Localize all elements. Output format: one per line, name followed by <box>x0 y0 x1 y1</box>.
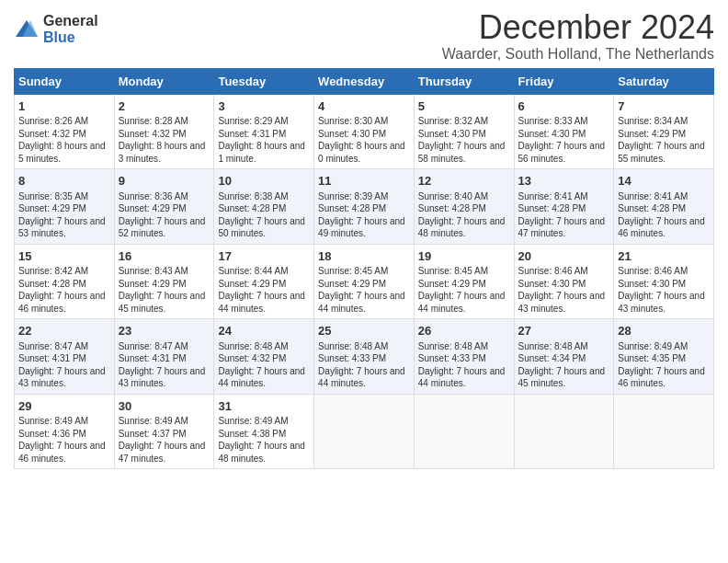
sunrise-text: Sunrise: 8:46 AM <box>618 266 688 276</box>
calendar-cell: 4Sunrise: 8:30 AMSunset: 4:30 PMDaylight… <box>314 94 415 169</box>
daylight-text: Daylight: 7 hours and 56 minutes. <box>518 141 606 164</box>
day-number: 23 <box>119 323 210 339</box>
sunset-text: Sunset: 4:28 PM <box>518 203 586 213</box>
day-number: 22 <box>18 323 110 339</box>
calendar-cell: 26Sunrise: 8:48 AMSunset: 4:33 PMDayligh… <box>414 319 514 395</box>
month-title: December 2024 <box>442 9 714 46</box>
header-friday: Friday <box>514 68 614 94</box>
daylight-text: Daylight: 7 hours and 44 minutes. <box>418 366 506 389</box>
sunset-text: Sunset: 4:30 PM <box>518 279 586 289</box>
calendar-cell: 18Sunrise: 8:45 AMSunset: 4:29 PMDayligh… <box>314 244 415 319</box>
sunrise-text: Sunrise: 8:39 AM <box>318 191 388 201</box>
daylight-text: Daylight: 8 hours and 1 minute. <box>218 141 305 164</box>
sunset-text: Sunset: 4:31 PM <box>218 129 286 139</box>
sunrise-text: Sunrise: 8:47 AM <box>18 341 88 351</box>
day-number: 31 <box>218 398 310 415</box>
calendar-cell: 11Sunrise: 8:39 AMSunset: 4:28 PMDayligh… <box>314 169 415 245</box>
calendar-cell: 16Sunrise: 8:43 AMSunset: 4:29 PMDayligh… <box>114 244 214 319</box>
daylight-text: Daylight: 7 hours and 47 minutes. <box>518 216 606 239</box>
logo-icon <box>14 17 40 42</box>
day-number: 20 <box>518 248 610 265</box>
calendar-cell: 28Sunrise: 8:49 AMSunset: 4:35 PMDayligh… <box>614 319 714 395</box>
calendar-cell: 5Sunrise: 8:32 AMSunset: 4:30 PMDaylight… <box>414 94 514 169</box>
daylight-text: Daylight: 7 hours and 53 minutes. <box>18 216 106 239</box>
sunrise-text: Sunrise: 8:29 AM <box>218 116 288 126</box>
sunset-text: Sunset: 4:35 PM <box>618 353 686 363</box>
sunset-text: Sunset: 4:29 PM <box>618 129 686 139</box>
calendar-cell <box>414 394 514 469</box>
daylight-text: Daylight: 7 hours and 48 minutes. <box>218 441 305 464</box>
week-row-3: 15Sunrise: 8:42 AMSunset: 4:28 PMDayligh… <box>15 244 714 319</box>
sunrise-text: Sunrise: 8:28 AM <box>119 116 188 126</box>
sunset-text: Sunset: 4:28 PM <box>318 203 386 213</box>
sunrise-text: Sunrise: 8:35 AM <box>18 191 88 201</box>
sunset-text: Sunset: 4:28 PM <box>418 203 486 213</box>
daylight-text: Daylight: 7 hours and 45 minutes. <box>119 291 206 314</box>
sunrise-text: Sunrise: 8:42 AM <box>18 266 88 276</box>
calendar-cell: 17Sunrise: 8:44 AMSunset: 4:29 PMDayligh… <box>214 244 314 319</box>
calendar-body: 1Sunrise: 8:26 AMSunset: 4:32 PMDaylight… <box>15 94 714 469</box>
day-number: 2 <box>119 98 210 115</box>
calendar-cell: 10Sunrise: 8:38 AMSunset: 4:28 PMDayligh… <box>214 169 314 245</box>
calendar-cell: 14Sunrise: 8:41 AMSunset: 4:28 PMDayligh… <box>614 169 714 245</box>
sunset-text: Sunset: 4:38 PM <box>218 429 286 439</box>
title-area: December 2024 Waarder, South Holland, Th… <box>442 9 714 63</box>
sunset-text: Sunset: 4:30 PM <box>318 129 386 139</box>
daylight-text: Daylight: 7 hours and 49 minutes. <box>318 216 405 239</box>
day-number: 5 <box>418 98 510 115</box>
sunrise-text: Sunrise: 8:49 AM <box>119 416 188 426</box>
header-saturday: Saturday <box>614 68 714 94</box>
calendar-cell: 3Sunrise: 8:29 AMSunset: 4:31 PMDaylight… <box>214 94 314 169</box>
sunset-text: Sunset: 4:30 PM <box>418 129 486 139</box>
calendar-cell: 2Sunrise: 8:28 AMSunset: 4:32 PMDaylight… <box>114 94 214 169</box>
daylight-text: Daylight: 7 hours and 44 minutes. <box>218 366 305 389</box>
sunrise-text: Sunrise: 8:49 AM <box>218 416 288 426</box>
sunrise-text: Sunrise: 8:41 AM <box>518 191 588 201</box>
daylight-text: Daylight: 8 hours and 5 minutes. <box>18 141 106 164</box>
calendar-cell: 27Sunrise: 8:48 AMSunset: 4:34 PMDayligh… <box>514 319 614 395</box>
calendar-cell: 13Sunrise: 8:41 AMSunset: 4:28 PMDayligh… <box>514 169 614 245</box>
day-number: 3 <box>218 98 310 115</box>
sunrise-text: Sunrise: 8:34 AM <box>618 116 688 126</box>
calendar-cell: 22Sunrise: 8:47 AMSunset: 4:31 PMDayligh… <box>15 319 115 395</box>
daylight-text: Daylight: 7 hours and 43 minutes. <box>119 366 206 389</box>
calendar-cell <box>514 394 614 469</box>
calendar-cell <box>614 394 714 469</box>
sunset-text: Sunset: 4:31 PM <box>18 353 86 363</box>
day-number: 30 <box>119 398 210 415</box>
day-number: 10 <box>218 173 310 190</box>
sunset-text: Sunset: 4:28 PM <box>18 279 86 289</box>
daylight-text: Daylight: 7 hours and 43 minutes. <box>518 291 606 314</box>
header: General Blue December 2024 Waarder, Sout… <box>14 9 714 63</box>
day-number: 4 <box>318 98 410 115</box>
header-sunday: Sunday <box>15 68 115 94</box>
day-number: 7 <box>618 98 710 115</box>
day-number: 17 <box>218 248 310 265</box>
logo-general-text: General <box>43 13 98 29</box>
header-row: SundayMondayTuesdayWednesdayThursdayFrid… <box>15 68 714 94</box>
day-number: 19 <box>418 248 510 265</box>
header-monday: Monday <box>114 68 214 94</box>
day-number: 29 <box>18 398 110 415</box>
sunrise-text: Sunrise: 8:44 AM <box>218 266 288 276</box>
day-number: 11 <box>318 173 410 190</box>
day-number: 15 <box>18 248 110 265</box>
sunset-text: Sunset: 4:28 PM <box>618 203 686 213</box>
day-number: 25 <box>318 323 410 339</box>
sunrise-text: Sunrise: 8:45 AM <box>318 266 388 276</box>
sunrise-text: Sunrise: 8:26 AM <box>18 116 88 126</box>
sunrise-text: Sunrise: 8:46 AM <box>518 266 588 276</box>
day-number: 13 <box>518 173 610 190</box>
day-number: 27 <box>518 323 610 339</box>
daylight-text: Daylight: 8 hours and 3 minutes. <box>119 141 206 164</box>
day-number: 6 <box>518 98 610 115</box>
sunrise-text: Sunrise: 8:40 AM <box>418 191 488 201</box>
sunset-text: Sunset: 4:28 PM <box>218 203 286 213</box>
day-number: 16 <box>119 248 210 265</box>
logo: General Blue <box>14 13 98 45</box>
day-number: 12 <box>418 173 510 190</box>
daylight-text: Daylight: 7 hours and 55 minutes. <box>618 141 705 164</box>
sunset-text: Sunset: 4:31 PM <box>119 353 187 363</box>
sunset-text: Sunset: 4:32 PM <box>18 129 86 139</box>
sunrise-text: Sunrise: 8:45 AM <box>418 266 488 276</box>
